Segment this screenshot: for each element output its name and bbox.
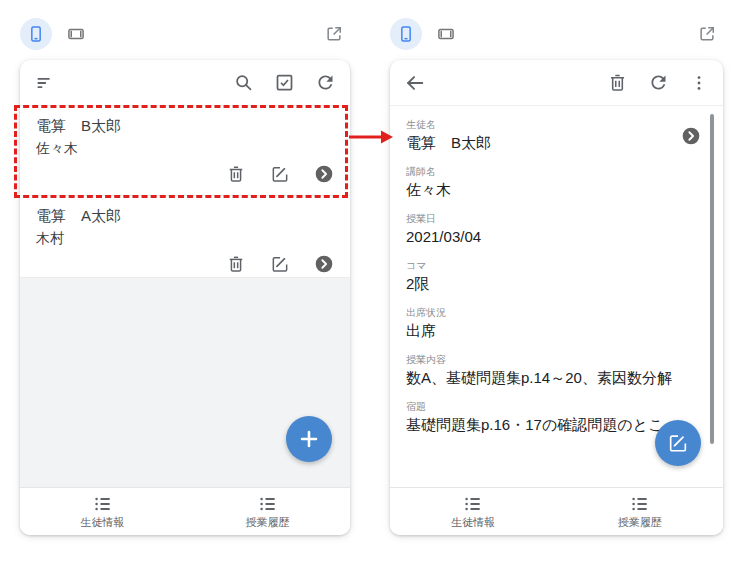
more-menu-button[interactable] [689, 73, 709, 93]
field-label: 宿題 [406, 400, 707, 414]
tab-lesson-history[interactable]: 授業履歴 [557, 488, 724, 535]
open-in-new-icon [697, 24, 717, 44]
list-item-student-name: 電算 B太郎 [36, 116, 334, 136]
lesson-list-row[interactable]: 電算 A太郎 木村 [20, 196, 350, 278]
field-value: 出席 [406, 320, 707, 342]
list-icon [93, 494, 113, 514]
detail-toolbar [390, 60, 723, 106]
tab-student-info[interactable]: 生徒情報 [20, 488, 185, 535]
list-toolbar [20, 60, 350, 106]
field-period: コマ 2限 [406, 259, 707, 295]
tablet-preview-button[interactable] [430, 18, 462, 50]
chevron-right-circle-button[interactable] [681, 126, 701, 146]
checkbox-checked-icon [274, 72, 295, 93]
tab-lesson-history[interactable]: 授業履歴 [185, 488, 350, 535]
field-value: 2限 [406, 273, 707, 295]
field-lesson-date: 授業日 2021/03/04 [406, 212, 707, 248]
edit-icon [667, 432, 689, 454]
tab-label: 授業履歴 [246, 516, 290, 529]
plus-icon [297, 427, 321, 451]
list-item-student-name: 電算 A太郎 [36, 206, 334, 226]
field-label: 講師名 [406, 165, 707, 179]
lesson-list-screen: 電算 B太郎 佐々木 [20, 60, 350, 535]
phone-icon [396, 24, 416, 44]
phone-preview-button[interactable] [390, 18, 422, 50]
tab-label: 授業履歴 [618, 516, 662, 529]
field-attendance: 出席状況 出席 [406, 306, 707, 342]
refresh-icon [315, 72, 336, 93]
delete-button[interactable] [226, 164, 246, 184]
field-label: 生徒名 [406, 118, 491, 132]
select-button[interactable] [274, 72, 295, 93]
lesson-list-row[interactable]: 電算 B太郎 佐々木 [20, 106, 350, 196]
scrollbar[interactable] [710, 114, 714, 444]
list-icon [463, 494, 483, 514]
open-in-new-button[interactable] [697, 24, 717, 44]
list-item-teacher-name: 佐々木 [36, 138, 334, 158]
field-lesson-content: 授業内容 数A、基礎問題集p.14～20、素因数分解 [406, 353, 707, 389]
tab-label: 生徒情報 [81, 516, 125, 529]
device-toggle-bar [390, 18, 723, 50]
screenshot-stage: 電算 B太郎 佐々木 [0, 0, 750, 563]
more-vert-icon [689, 73, 709, 93]
add-lesson-fab[interactable] [286, 416, 332, 462]
open-in-new-icon [324, 24, 344, 44]
delete-icon [607, 72, 628, 93]
tablet-preview-button[interactable] [60, 18, 92, 50]
edit-button[interactable] [270, 254, 290, 274]
lesson-detail-screen: 生徒名 電算 B太郎 講師名 佐々木 授業日 [390, 60, 723, 535]
field-label: 出席状況 [406, 306, 707, 320]
back-arrow-icon [404, 72, 426, 94]
field-label: 授業内容 [406, 353, 707, 367]
field-label: 授業日 [406, 212, 707, 226]
tablet-icon [436, 24, 456, 44]
refresh-button[interactable] [315, 72, 336, 93]
bottom-navigation: 生徒情報 授業履歴 [20, 487, 350, 535]
refresh-button[interactable] [648, 72, 669, 93]
panel-lesson-list: 電算 B太郎 佐々木 [20, 18, 350, 535]
tablet-icon [66, 24, 86, 44]
field-value: 2021/03/04 [406, 226, 707, 248]
field-student-name: 生徒名 電算 B太郎 [406, 118, 707, 154]
list-icon [258, 494, 278, 514]
phone-icon [26, 24, 46, 44]
field-teacher-name: 講師名 佐々木 [406, 165, 707, 201]
list-icon [630, 494, 650, 514]
edit-lesson-fab[interactable] [655, 420, 701, 466]
phone-preview-button[interactable] [20, 18, 52, 50]
chevron-right-circle-button[interactable] [314, 254, 334, 274]
field-value: 電算 B太郎 [406, 132, 491, 154]
delete-button[interactable] [607, 72, 628, 93]
open-in-new-button[interactable] [324, 24, 344, 44]
back-button[interactable] [404, 72, 426, 94]
device-toggle-bar [20, 18, 350, 50]
list-item-teacher-name: 木村 [36, 228, 334, 248]
screen-link-arrow-icon [349, 128, 393, 146]
delete-button[interactable] [226, 254, 246, 274]
tab-label: 生徒情報 [451, 516, 495, 529]
bottom-navigation: 生徒情報 授業履歴 [390, 487, 723, 535]
search-button[interactable] [233, 72, 254, 93]
refresh-icon [648, 72, 669, 93]
field-label: コマ [406, 259, 707, 273]
search-icon [233, 72, 254, 93]
panel-lesson-detail: 生徒名 電算 B太郎 講師名 佐々木 授業日 [390, 18, 723, 535]
field-value: 佐々木 [406, 179, 707, 201]
sort-icon [34, 72, 56, 94]
sort-button[interactable] [34, 72, 56, 94]
tab-student-info[interactable]: 生徒情報 [390, 488, 557, 535]
edit-button[interactable] [270, 164, 290, 184]
field-value: 数A、基礎問題集p.14～20、素因数分解 [406, 367, 707, 389]
chevron-right-circle-button[interactable] [314, 164, 334, 184]
